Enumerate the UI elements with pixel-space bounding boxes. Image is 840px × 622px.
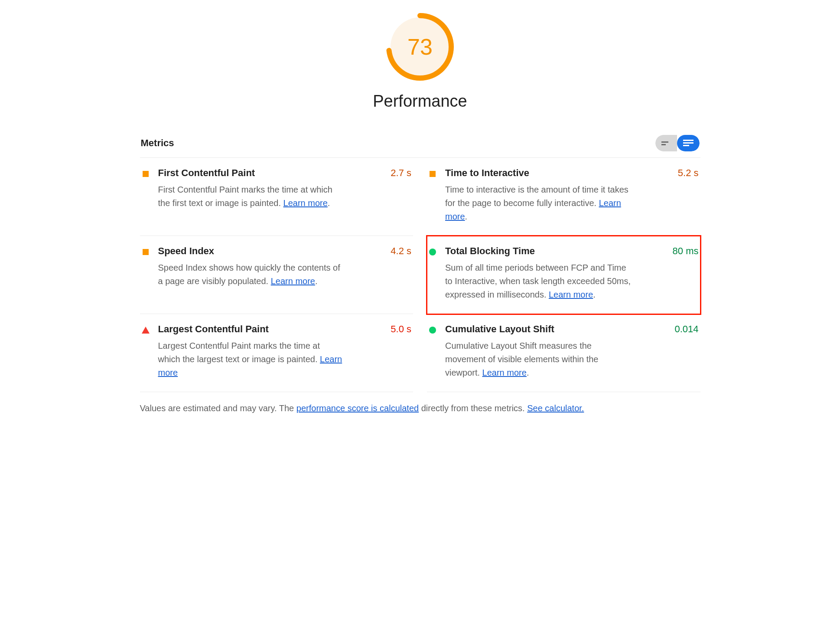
metric-value: 4.2 s xyxy=(391,246,411,257)
metric-name: Time to Interactive xyxy=(445,167,529,179)
metric-description: Sum of all time periods between FCP and … xyxy=(445,261,632,301)
metric-status-icon xyxy=(429,326,436,334)
metrics-grid: First Contentful Paint2.7 sFirst Content… xyxy=(140,158,700,392)
svg-rect-6 xyxy=(683,145,689,146)
metric-head: Total Blocking Time80 ms xyxy=(445,246,699,257)
collapse-icon xyxy=(661,140,671,146)
svg-rect-3 xyxy=(661,144,666,145)
footnote: Values are estimated and may vary. The p… xyxy=(140,403,700,413)
performance-gauge: 73 xyxy=(385,12,455,82)
svg-rect-4 xyxy=(683,140,693,141)
footnote-link-calculated[interactable]: performance score is calculated xyxy=(296,403,419,413)
metrics-header: Metrics xyxy=(140,135,700,158)
status-average-icon xyxy=(430,171,436,177)
metric-value: 80 ms xyxy=(673,246,699,257)
expand-icon xyxy=(683,140,693,147)
footnote-mid: directly from these metrics. xyxy=(419,403,527,413)
metric-name: Total Blocking Time xyxy=(445,246,535,257)
footnote-pre: Values are estimated and may vary. The xyxy=(140,403,296,413)
metric-description: Cumulative Layout Shift measures the mov… xyxy=(445,339,632,380)
metric-value: 0.014 xyxy=(674,324,698,335)
gauge-score: 73 xyxy=(385,12,455,82)
metric-desc-post: . xyxy=(315,276,318,286)
metric-desc-post: . xyxy=(465,212,468,221)
gauge-title: Performance xyxy=(373,92,467,111)
metric-name: Largest Contentful Paint xyxy=(158,324,269,335)
status-bad-icon xyxy=(142,327,150,334)
svg-rect-5 xyxy=(683,142,693,144)
status-average-icon xyxy=(143,171,149,177)
metric-head: Largest Contentful Paint5.0 s xyxy=(158,324,412,335)
metric-cls: Cumulative Layout Shift0.014Cumulative L… xyxy=(427,314,700,392)
footnote-link-calculator[interactable]: See calculator. xyxy=(527,403,584,413)
metric-tti: Time to Interactive5.2 sTime to interact… xyxy=(427,158,700,236)
view-toggle xyxy=(655,135,700,151)
status-good-icon xyxy=(429,327,436,334)
learn-more-link[interactable]: Learn more xyxy=(482,368,527,377)
metric-tbt: Total Blocking Time80 msSum of all time … xyxy=(427,236,700,314)
metric-desc-pre: Largest Contentful Paint marks the time … xyxy=(158,341,320,364)
view-collapse-button[interactable] xyxy=(655,135,677,151)
metric-head: Time to Interactive5.2 s xyxy=(445,167,699,179)
svg-rect-2 xyxy=(661,141,668,143)
learn-more-link[interactable]: Learn more xyxy=(283,198,328,208)
metric-status-icon xyxy=(142,170,150,178)
learn-more-link[interactable]: Learn more xyxy=(271,276,315,286)
learn-more-link[interactable]: Learn more xyxy=(549,290,593,299)
metric-fcp: First Contentful Paint2.7 sFirst Content… xyxy=(140,158,413,236)
metric-name: Speed Index xyxy=(158,246,215,257)
performance-report: 73 Performance Metrics First Contentful … xyxy=(140,0,700,431)
metric-description: Time to interactive is the amount of tim… xyxy=(445,183,632,223)
metric-value: 2.7 s xyxy=(391,167,411,179)
metric-description: Largest Contentful Paint marks the time … xyxy=(158,339,345,380)
metric-desc-pre: Sum of all time periods between FCP and … xyxy=(445,263,631,299)
metric-status-icon xyxy=(142,326,150,334)
gauge-section: 73 Performance xyxy=(140,12,700,111)
metric-name: First Contentful Paint xyxy=(158,167,255,179)
status-average-icon xyxy=(143,249,149,255)
metric-si: Speed Index4.2 sSpeed Index shows how qu… xyxy=(140,236,413,314)
metric-status-icon xyxy=(429,248,436,256)
metric-status-icon xyxy=(142,248,150,256)
metric-desc-post: . xyxy=(593,290,596,299)
metric-description: Speed Index shows how quickly the conten… xyxy=(158,261,345,288)
metric-desc-post: . xyxy=(527,368,529,377)
metrics-title: Metrics xyxy=(141,137,174,149)
view-expand-button[interactable] xyxy=(677,135,700,151)
metric-status-icon xyxy=(429,170,436,178)
metric-head: Cumulative Layout Shift0.014 xyxy=(445,324,699,335)
metric-value: 5.0 s xyxy=(391,324,411,335)
metric-head: First Contentful Paint2.7 s xyxy=(158,167,412,179)
metric-name: Cumulative Layout Shift xyxy=(445,324,554,335)
status-good-icon xyxy=(429,249,436,255)
metric-description: First Contentful Paint marks the time at… xyxy=(158,183,345,210)
metric-head: Speed Index4.2 s xyxy=(158,246,412,257)
metric-value: 5.2 s xyxy=(678,167,699,179)
metric-desc-post: . xyxy=(328,198,330,208)
metric-lcp: Largest Contentful Paint5.0 sLargest Con… xyxy=(140,314,413,392)
